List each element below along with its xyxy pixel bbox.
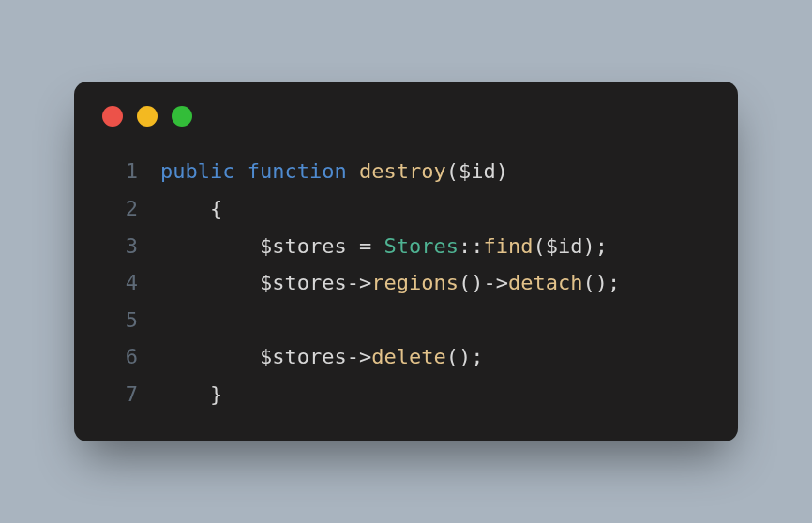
line-number: 4: [100, 264, 138, 302]
code-window: 1public function destroy($id)2 {3 $store…: [74, 82, 738, 441]
line-number: 6: [100, 338, 138, 376]
code-line: 6 $stores->delete();: [100, 338, 712, 376]
code-line: 2 {: [100, 190, 712, 228]
code-line: 7 }: [100, 376, 712, 413]
zoom-icon[interactable]: [172, 106, 192, 127]
code-line: 1public function destroy($id): [100, 153, 712, 190]
code-block: 1public function destroy($id)2 {3 $store…: [100, 153, 712, 412]
line-number: 2: [100, 190, 138, 228]
code-line: 3 $stores = Stores::find($id);: [100, 228, 712, 265]
line-content: public function destroy($id): [160, 153, 508, 190]
titlebar: [100, 106, 712, 127]
code-line: 5: [100, 302, 712, 339]
minimize-icon[interactable]: [137, 106, 158, 127]
line-content: }: [160, 376, 222, 413]
line-content: $stores->delete();: [160, 338, 483, 376]
code-line: 4 $stores->regions()->detach();: [100, 264, 712, 302]
line-content: $stores = Stores::find($id);: [160, 228, 608, 265]
line-content: $stores->regions()->detach();: [160, 264, 620, 302]
close-icon[interactable]: [102, 106, 123, 127]
line-content: {: [160, 190, 222, 228]
line-number: 7: [100, 376, 138, 413]
line-number: 1: [100, 153, 138, 190]
line-number: 5: [100, 302, 138, 339]
line-number: 3: [100, 228, 138, 265]
